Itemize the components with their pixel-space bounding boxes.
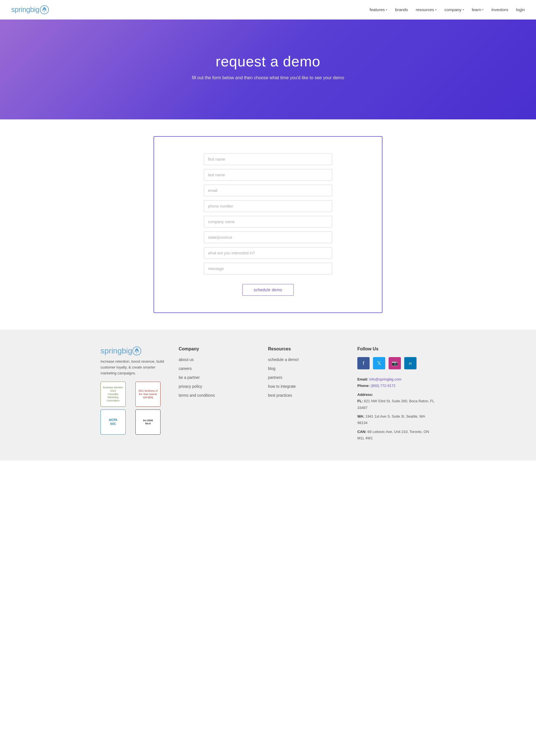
list-item: how to integrate <box>268 384 346 389</box>
schedule-demo-button[interactable]: schedule demo <box>242 284 293 296</box>
footer-grid: springbig increase retention, boost reve… <box>100 346 436 444</box>
linkedin-icon[interactable]: in <box>404 357 417 369</box>
footer-resources-links: schedule a demo! blog partners how to in… <box>268 357 346 398</box>
message-input[interactable] <box>204 263 332 274</box>
footer-link-best-practices[interactable]: best practices <box>268 393 292 397</box>
nav-item-resources[interactable]: resources ▾ <box>416 7 437 12</box>
footer-link-partner[interactable]: be a partner <box>179 375 200 380</box>
hero-subtitle: fill out the form below and then choose … <box>11 75 525 80</box>
footer-badges: Business Member 2019Cannabis Marketing A… <box>100 382 168 435</box>
last-name-input[interactable] <box>204 169 332 181</box>
address-wa: WA: 1941 1st Ave S, Suite 3I, Seattle, W… <box>357 413 436 426</box>
footer-company-links: about us careers be a partner privacy po… <box>179 357 257 398</box>
nav-item-features[interactable]: features ▾ <box>370 7 387 12</box>
footer-tagline: increase retention, boost revenue, build… <box>100 359 168 376</box>
footer-company-heading: Company <box>179 346 257 352</box>
badge-business-year: 2021 Business of the Year Awardsspringbi… <box>135 382 160 407</box>
form-card: schedule demo <box>153 136 383 313</box>
email-link[interactable]: info@springbig.com <box>369 377 401 381</box>
footer-link-terms[interactable]: terms and conditions <box>179 393 215 397</box>
list-item: privacy policy <box>179 384 257 389</box>
social-icons-container: f 𝕏 📷 in <box>357 357 436 369</box>
list-item: schedule a demo! <box>268 357 346 362</box>
list-item: blog <box>268 366 346 371</box>
footer-link-integrate[interactable]: how to integrate <box>268 384 296 389</box>
chevron-down-icon: ▾ <box>463 8 464 11</box>
nav-link-investors[interactable]: investors <box>491 7 508 12</box>
nav-item-investors[interactable]: investors <box>491 7 508 12</box>
phone-input[interactable] <box>204 200 332 212</box>
contact-phone: Phone: (800) 772-9172 <box>357 383 436 389</box>
hero-section: request a demo fill out the form below a… <box>0 19 536 119</box>
facebook-icon[interactable]: f <box>357 357 370 369</box>
chevron-down-icon: ▾ <box>386 8 387 11</box>
nav-item-learn[interactable]: learn ▾ <box>472 7 484 12</box>
email-input[interactable] <box>204 185 332 196</box>
company-input[interactable] <box>204 216 332 228</box>
footer-logo-text: springbig <box>100 346 132 355</box>
list-item: be a partner <box>179 375 257 380</box>
nav-links: features ▾ brands resources ▾ company ▾ … <box>370 7 525 12</box>
chevron-down-icon: ▾ <box>482 8 484 11</box>
state-input[interactable] <box>204 232 332 243</box>
hero-title: request a demo <box>11 53 525 70</box>
address-fl: FL: 621 NW 53rd St, Suite 260, Boca Rato… <box>357 398 436 411</box>
footer-link-blog[interactable]: blog <box>268 366 275 371</box>
footer-company-col: Company about us careers be a partner pr… <box>179 346 257 444</box>
badge-inc5000: Inc.5000No.6 <box>135 410 160 435</box>
logo-text: springbig <box>11 5 39 14</box>
nav-item-brands[interactable]: brands <box>395 7 408 12</box>
contact-address: Address: FL: 621 NW 53rd St, Suite 260, … <box>357 392 436 442</box>
interest-input[interactable] <box>204 247 332 259</box>
nav-link-company[interactable]: company ▾ <box>445 7 464 12</box>
list-item: about us <box>179 357 257 362</box>
footer-link-careers[interactable]: careers <box>179 366 192 371</box>
footer-brand: springbig increase retention, boost reve… <box>100 346 168 444</box>
footer-logo-icon <box>132 346 141 355</box>
chevron-down-icon: ▾ <box>435 8 437 11</box>
footer-link-privacy[interactable]: privacy policy <box>179 384 202 389</box>
instagram-icon[interactable]: 📷 <box>388 357 401 369</box>
first-name-input[interactable] <box>204 153 332 165</box>
badge-aicpa-soc: AICPASOC <box>100 410 126 435</box>
list-item: best practices <box>268 393 346 398</box>
nav-item-company[interactable]: company ▾ <box>445 7 464 12</box>
navbar: springbig features ▾ brands resources ▾ <box>0 0 536 19</box>
nav-link-learn[interactable]: learn ▾ <box>472 7 484 12</box>
nav-link-resources[interactable]: resources ▾ <box>416 7 437 12</box>
nav-link-login[interactable]: login <box>516 7 525 12</box>
footer-resources-col: Resources schedule a demo! blog partners… <box>268 346 346 444</box>
footer-logo-container: springbig <box>100 346 168 355</box>
footer-follow-heading: Follow Us <box>357 346 436 352</box>
nav-link-features[interactable]: features ▾ <box>370 7 387 12</box>
logo-leaf-icon <box>40 5 49 14</box>
contact-email: Email: info@springbig.com <box>357 376 436 383</box>
address-can: CAN: 69 Lebovic Ave, Unit 210, Toronto, … <box>357 428 436 442</box>
nav-item-login[interactable]: login <box>516 7 525 12</box>
footer: springbig increase retention, boost reve… <box>0 330 536 460</box>
footer-follow-col: Follow Us f 𝕏 📷 in Email: info@springbig… <box>357 346 436 444</box>
list-item: terms and conditions <box>179 393 257 398</box>
contact-info: Email: info@springbig.com Phone: (800) 7… <box>357 376 436 442</box>
list-item: careers <box>179 366 257 371</box>
footer-link-partners[interactable]: partners <box>268 375 282 380</box>
twitter-icon[interactable]: 𝕏 <box>373 357 385 369</box>
list-item: partners <box>268 375 346 380</box>
badge-cannabis-marketing: Business Member 2019Cannabis Marketing A… <box>100 382 126 407</box>
footer-link-about[interactable]: about us <box>179 357 194 362</box>
nav-link-brands[interactable]: brands <box>395 7 408 12</box>
footer-link-schedule[interactable]: schedule a demo! <box>268 357 299 362</box>
logo[interactable]: springbig <box>11 5 49 14</box>
form-section: schedule demo <box>0 119 536 330</box>
phone-link[interactable]: (800) 772-9172 <box>371 384 396 388</box>
footer-resources-heading: Resources <box>268 346 346 352</box>
form-inner: schedule demo <box>204 153 332 296</box>
